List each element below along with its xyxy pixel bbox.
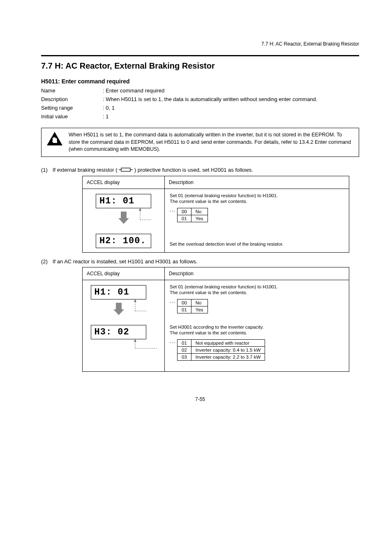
svg-marker-13: [113, 309, 124, 315]
cell: No: [191, 299, 208, 306]
block2-desc2-l1: Set H3001 according to the inverter capa…: [170, 325, 344, 329]
block1-header-row: ACCEL display Description: [83, 176, 349, 189]
cell: 01: [178, 215, 191, 222]
h5011-heading: H5011: Enter command required: [41, 78, 359, 85]
h5011-name-value: : Enter command required: [103, 87, 359, 95]
cell: 02: [178, 346, 191, 353]
svg-rect-1: [53, 138, 53, 141]
block1-col2: Set 01 (external braking resistor functi…: [165, 189, 349, 252]
h5011-name-line: Name : Enter command required: [41, 87, 359, 95]
block2-hdr1: ACCEL display: [83, 267, 165, 280]
table-row: 00No: [178, 299, 208, 306]
svg-marker-14: [134, 339, 136, 342]
list-text-2: If an AC reactor is installed, set H1001…: [53, 258, 198, 265]
table-row: 01Yes: [178, 215, 208, 222]
section-title: 7.7 H: AC Reactor, External Braking Resi…: [41, 61, 359, 71]
caution-text: When H5011 is set to 1, the command data…: [69, 131, 354, 153]
cell: 03: [178, 353, 191, 360]
svg-marker-10: [118, 218, 129, 224]
block2-lcd2: H3: 02: [91, 325, 146, 339]
cell: 00: [178, 299, 191, 306]
block2-desc1-l2: The current value is the set contents.: [170, 290, 344, 295]
page-footer: 7-55: [41, 396, 359, 402]
cell: Inverter capacity: 0.4 to 1.5 kW: [191, 346, 265, 353]
block2-inner-table1: 00No 01Yes: [177, 299, 208, 313]
h5011-init-line: Initial value : 1: [41, 113, 359, 121]
list-text-1a: If external braking resistor (: [53, 167, 118, 173]
caution-box: When H5011 is set to 1, the command data…: [41, 128, 359, 157]
block2-col1: H1: 01 H3: 02: [83, 280, 165, 371]
svg-marker-11: [134, 299, 136, 302]
list-item-1: (1) If external braking resistor ( ) pro…: [41, 167, 359, 173]
svg-marker-8: [139, 208, 141, 211]
block1-desc2: Set the overload detection level of the …: [170, 242, 344, 246]
svg-rect-9: [121, 212, 127, 218]
block1-desc1-l1: Set 01 (external braking resistor functi…: [170, 193, 344, 198]
cell: Inverter capacity: 2.2 to 3.7 kW: [191, 353, 265, 360]
h5011-desc-value: : When H5011 is set to 1, the data is au…: [103, 96, 359, 104]
block-1: ACCEL display Description H1: 01: [82, 176, 349, 253]
cell: 01: [178, 339, 191, 346]
list-text-1b: ) protective function is used, set H2001…: [134, 167, 253, 173]
block1-lcd1: H1: 01: [96, 194, 151, 208]
cell: No: [191, 208, 208, 215]
block1-hdr1: ACCEL display: [83, 176, 165, 189]
header-rule: [41, 55, 359, 56]
h5011-name-label: Name: [41, 87, 103, 95]
block1-col1: H1: 01 H2: 100.: [83, 189, 165, 252]
list-num-1: (1): [41, 167, 50, 173]
list-item-2: (2) If an AC reactor is installed, set H…: [41, 258, 359, 265]
table-row: 00No: [178, 208, 208, 215]
list-num-2: (2): [41, 258, 50, 265]
table-row: 01Yes: [178, 306, 208, 313]
block2-body-row: H1: 01 H3: 02: [83, 280, 349, 371]
h5011-init-label: Initial value: [41, 113, 103, 121]
block2-desc2-l2: The current value is the set contents.: [170, 330, 344, 335]
h5011-range-label: Setting range: [41, 104, 103, 112]
cell: 01: [178, 306, 191, 313]
h5011-desc-label: Description: [41, 96, 103, 104]
cell: Yes: [191, 215, 208, 222]
svg-rect-3: [55, 138, 56, 142]
cell: 00: [178, 208, 191, 215]
h5011-range-line: Setting range : 0, 1: [41, 104, 359, 112]
h5011-desc-line: Description : When H5011 is set to 1, th…: [41, 96, 359, 104]
block2-header-row: ACCEL display Description: [83, 267, 349, 280]
block2-hdr2: Description: [165, 267, 349, 280]
svg-rect-2: [54, 137, 55, 142]
block2-lcd1: H1: 01: [91, 285, 146, 299]
block2-desc1-l1: Set 01 (external braking resistor functi…: [170, 284, 344, 289]
block1-lcd2: H2: 100.: [96, 234, 151, 248]
block1-inner-table: 00No 01Yes: [177, 208, 208, 222]
header-top-text: 7.7 H: AC Reactor, External Braking Resi…: [41, 41, 359, 47]
resistor-symbol-icon: [119, 167, 133, 173]
cell: Yes: [191, 306, 208, 313]
block1-desc1-l2: The current value is the set contents.: [170, 199, 344, 204]
caution-hand-icon: [46, 131, 63, 146]
list-text-1: If external braking resistor ( ) protect…: [53, 167, 253, 173]
svg-rect-4: [56, 138, 57, 141]
svg-rect-6: [121, 168, 130, 171]
table-row: 02Inverter capacity: 0.4 to 1.5 kW: [178, 346, 265, 353]
block1-body-row: H1: 01 H2: 100.: [83, 189, 349, 252]
svg-rect-12: [116, 303, 122, 309]
block-2: ACCEL display Description H1: 01: [82, 267, 349, 372]
h5011-range-value: : 0, 1: [103, 104, 359, 112]
block2-inner-table2: 01Not equipped with reactor 02Inverter c…: [177, 339, 265, 361]
h5011-init-value: : 1: [103, 113, 359, 121]
block1-hdr2: Description: [165, 176, 349, 189]
table-row: 03Inverter capacity: 2.2 to 3.7 kW: [178, 353, 265, 360]
table-row: 01Not equipped with reactor: [178, 339, 265, 346]
cell: Not equipped with reactor: [191, 339, 265, 346]
block2-col2: Set 01 (external braking resistor functi…: [165, 280, 349, 371]
